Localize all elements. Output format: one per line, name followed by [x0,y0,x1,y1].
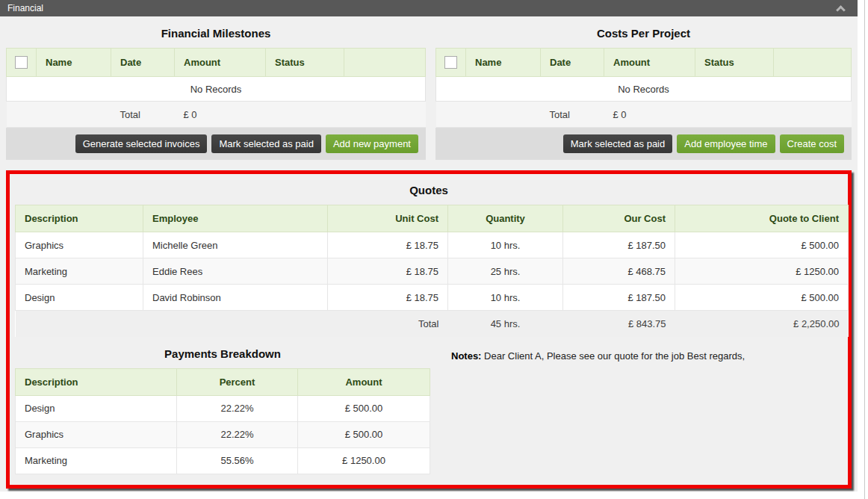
costs-per-project-panel: Costs Per Project Name Date Amount Statu… [435,16,852,160]
column-header-name: Name [466,49,541,77]
total-value: £ 0 [604,102,695,128]
quote-description: Design [16,285,143,311]
payment-row[interactable]: Design 22.22% £ 500.00 [16,395,430,421]
payment-description: Graphics [16,421,177,447]
select-all-checkbox[interactable] [15,56,28,69]
total-row: Total £ 0 [7,102,426,128]
column-header-amount: Amount [298,368,430,395]
column-header-date: Date [111,49,175,77]
payment-description: Marketing [16,447,177,474]
column-header-date: Date [541,49,604,77]
quote-our-cost: £ 187.50 [563,285,675,311]
column-header-percent: Percent [177,368,298,395]
quote-unit-cost: £ 18.75 [328,232,448,258]
column-header-unit-cost: Unit Cost [328,205,448,232]
payments-breakdown-table: Description Percent Amount Design 22.22%… [15,368,430,474]
quotes-total-quote-to-client: £ 2,250.00 [675,311,849,337]
quote-employee: David Robinson [143,285,328,311]
quotes-header-row: Description Employee Unit Cost Quantity … [16,205,849,232]
quote-quantity: 25 hrs. [448,258,563,285]
column-header-our-cost: Our Cost [563,205,675,232]
section-header-bar[interactable]: Financial [0,0,858,16]
table-header-row: Name Date Amount Status [436,49,852,77]
section-title: Financial [7,3,43,13]
payments-breakdown-title: Payments Breakdown [15,338,430,368]
no-records-message: No Records [436,77,852,102]
quotes-total-label: Total [328,311,448,337]
empty-row: No Records [436,77,852,102]
total-value: £ 0 [175,102,266,128]
no-records-message: No Records [7,77,426,102]
empty-row: No Records [7,77,426,102]
column-header-name: Name [37,49,111,77]
payment-percent: 55.56% [177,447,298,474]
mark-selected-as-paid-button[interactable]: Mark selected as paid [563,134,672,153]
quotes-table: Description Employee Unit Cost Quantity … [15,205,849,337]
add-new-payment-button[interactable]: Add new payment [326,134,418,153]
milestones-button-strip: Generate selected invoices Mark selected… [6,128,426,160]
column-header-description: Description [16,205,143,232]
mark-selected-as-paid-button[interactable]: Mark selected as paid [211,134,320,153]
quote-row[interactable]: Marketing Eddie Rees £ 18.75 25 hrs. £ 4… [16,258,849,285]
table-header-row: Name Date Amount Status [7,49,426,77]
column-header-status: Status [266,49,344,77]
quote-row[interactable]: Design David Robinson £ 18.75 10 hrs. £ … [16,285,849,311]
total-label: Total [111,102,175,128]
quote-to-client: £ 500.00 [675,285,849,311]
quote-quantity: 10 hrs. [448,232,563,258]
financial-section: Financial Financial Milestones Name Date… [0,0,858,492]
column-header-amount: Amount [604,49,695,77]
payment-percent: 22.22% [177,421,298,447]
quotes-total-our-cost: £ 843.75 [563,311,675,337]
quote-to-client: £ 500.00 [675,232,849,258]
select-all-header-cell [436,49,466,77]
column-header-quantity: Quantity [448,205,563,232]
quote-employee: Michelle Green [143,232,328,258]
notes-text: Dear Client A, Please see our quote for … [484,350,745,362]
payment-amount: £ 500.00 [298,421,430,447]
column-header-quote-to-client: Quote to Client [675,205,849,232]
quote-quantity: 10 hrs. [448,285,563,311]
add-employee-time-button[interactable]: Add employee time [677,134,775,153]
top-panels: Financial Milestones Name Date Amount St… [0,16,858,160]
column-header-actions [344,49,426,77]
quote-unit-cost: £ 18.75 [328,258,448,285]
costs-button-strip: Mark selected as paid Add employee time … [435,128,852,160]
quotes-highlight-box: Quotes Description Employee Unit Cost Qu… [6,170,852,489]
financial-page: Financial Financial Milestones Name Date… [0,0,868,499]
financial-milestones-panel: Financial Milestones Name Date Amount St… [6,16,426,160]
quote-unit-cost: £ 18.75 [328,285,448,311]
payments-header-row: Description Percent Amount [16,368,430,395]
financial-milestones-title: Financial Milestones [6,16,426,48]
generate-selected-invoices-button[interactable]: Generate selected invoices [75,134,208,153]
quote-description: Marketing [16,258,143,285]
collapse-chevron-icon[interactable] [836,5,846,15]
costs-per-project-title: Costs Per Project [435,16,852,48]
quote-our-cost: £ 468.75 [563,258,675,285]
column-header-amount: Amount [175,49,266,77]
quote-employee: Eddie Rees [143,258,328,285]
financial-milestones-table: Name Date Amount Status No Records [6,48,426,128]
select-all-checkbox[interactable] [444,56,457,69]
quotes-lower-section: Payments Breakdown Description Percent A… [10,338,848,474]
payment-row[interactable]: Graphics 22.22% £ 500.00 [16,421,430,447]
column-header-employee: Employee [143,205,328,232]
quote-our-cost: £ 187.50 [563,232,675,258]
payment-row[interactable]: Marketing 55.56% £ 1250.00 [16,447,430,474]
payments-breakdown-panel: Payments Breakdown Description Percent A… [15,338,430,474]
create-cost-button[interactable]: Create cost [780,134,844,153]
payment-description: Design [16,395,177,421]
quotes-total-quantity: 45 hrs. [448,311,563,337]
total-row: Total £ 0 [436,102,852,128]
quotes-title: Quotes [10,174,848,205]
quote-notes: Notes: Dear Client A, Please see our quo… [430,338,843,362]
payment-percent: 22.22% [177,395,298,421]
quote-row[interactable]: Graphics Michelle Green £ 18.75 10 hrs. … [16,232,849,258]
quote-description: Graphics [16,232,143,258]
notes-label: Notes: [451,350,481,362]
quote-to-client: £ 1250.00 [675,258,849,285]
payment-amount: £ 1250.00 [298,447,430,474]
column-header-actions [774,49,852,77]
quotes-total-row: Total 45 hrs. £ 843.75 £ 2,250.00 [16,311,849,337]
payment-amount: £ 500.00 [298,395,430,421]
